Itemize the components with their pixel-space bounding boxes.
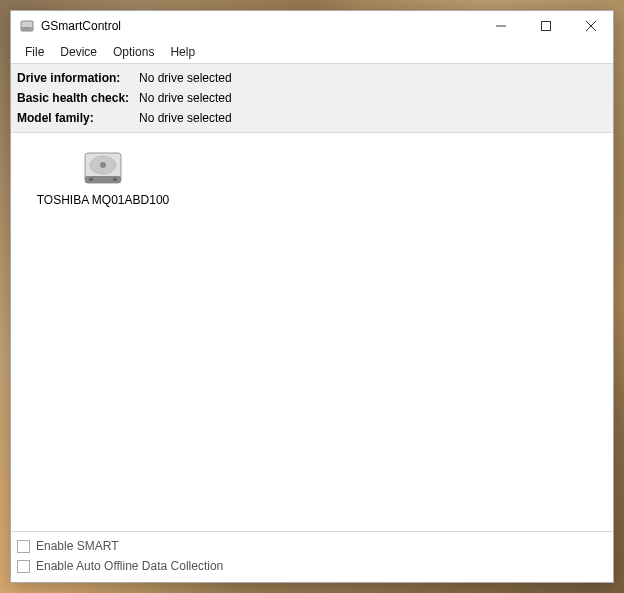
info-row-drive: Drive information: No drive selected bbox=[17, 68, 607, 88]
menu-device[interactable]: Device bbox=[52, 43, 105, 61]
window-title: GSmartControl bbox=[41, 19, 478, 33]
enable-smart-checkbox[interactable] bbox=[17, 540, 30, 553]
enable-smart-row: Enable SMART bbox=[17, 536, 607, 556]
titlebar[interactable]: GSmartControl bbox=[11, 11, 613, 41]
drive-info-label: Drive information: bbox=[17, 68, 139, 88]
health-value: No drive selected bbox=[139, 88, 232, 108]
drive-item[interactable]: TOSHIBA MQ01ABD100 bbox=[23, 145, 183, 211]
menu-file[interactable]: File bbox=[17, 43, 52, 61]
enable-offline-row: Enable Auto Offline Data Collection bbox=[17, 556, 607, 576]
svg-rect-11 bbox=[89, 178, 93, 181]
minimize-button[interactable] bbox=[478, 11, 523, 41]
svg-rect-12 bbox=[113, 178, 117, 181]
drive-label: TOSHIBA MQ01ABD100 bbox=[37, 193, 170, 207]
info-panel: Drive information: No drive selected Bas… bbox=[11, 63, 613, 133]
app-icon bbox=[19, 18, 35, 34]
footer-panel: Enable SMART Enable Auto Offline Data Co… bbox=[11, 531, 613, 582]
enable-smart-label: Enable SMART bbox=[36, 536, 118, 556]
model-label: Model family: bbox=[17, 108, 139, 128]
drive-info-value: No drive selected bbox=[139, 68, 232, 88]
maximize-button[interactable] bbox=[523, 11, 568, 41]
enable-offline-checkbox[interactable] bbox=[17, 560, 30, 573]
svg-point-2 bbox=[30, 28, 32, 30]
close-button[interactable] bbox=[568, 11, 613, 41]
enable-offline-label: Enable Auto Offline Data Collection bbox=[36, 556, 223, 576]
menu-help[interactable]: Help bbox=[162, 43, 203, 61]
svg-rect-4 bbox=[541, 22, 550, 31]
drive-list-area[interactable]: TOSHIBA MQ01ABD100 bbox=[11, 133, 613, 531]
window-controls bbox=[478, 11, 613, 41]
menu-options[interactable]: Options bbox=[105, 43, 162, 61]
info-row-health: Basic health check: No drive selected bbox=[17, 88, 607, 108]
model-value: No drive selected bbox=[139, 108, 232, 128]
health-label: Basic health check: bbox=[17, 88, 139, 108]
app-window: GSmartControl File Device Options Help D… bbox=[10, 10, 614, 583]
menubar: File Device Options Help bbox=[11, 41, 613, 63]
hard-drive-icon bbox=[79, 149, 127, 189]
info-row-model: Model family: No drive selected bbox=[17, 108, 607, 128]
svg-point-9 bbox=[100, 162, 106, 168]
